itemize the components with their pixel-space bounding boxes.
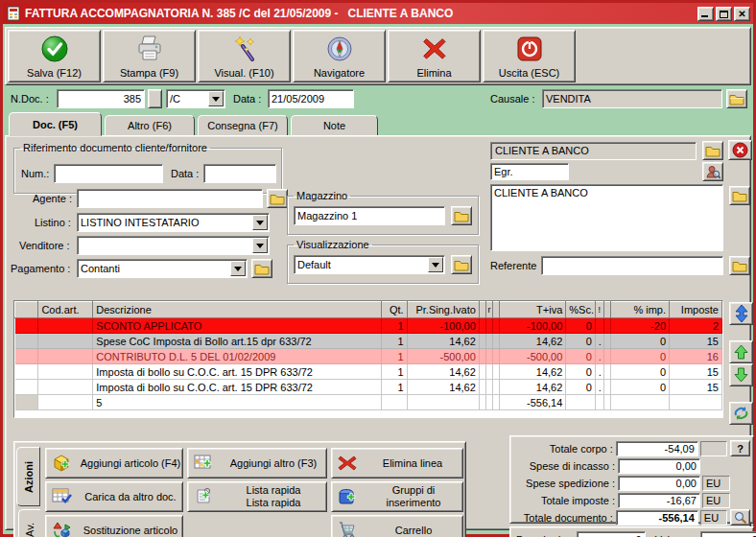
exit-label: Uscita (ESC) <box>499 67 560 79</box>
pagamento-value: Contanti <box>78 263 229 274</box>
elimina-linea-button[interactable]: Elimina linea <box>331 448 463 479</box>
close-button[interactable]: ✕ <box>734 7 750 21</box>
visualizzazione-select[interactable]: Default <box>294 255 445 274</box>
print-button[interactable]: Stampa (F9) <box>103 30 196 82</box>
spese-spedizione-input[interactable] <box>618 476 700 491</box>
tab-altro[interactable]: Altro (F6) <box>105 115 195 136</box>
grid-refresh-button[interactable] <box>729 402 753 425</box>
totale-imposte-input[interactable] <box>618 493 700 508</box>
rif-num-label: Num.: <box>21 168 49 179</box>
col-qt[interactable]: Qt. <box>382 302 407 318</box>
app-icon <box>6 6 21 21</box>
refresh-icon <box>733 406 749 421</box>
cliente-indirizzo-folder-button[interactable] <box>729 186 750 205</box>
cliente-search-button[interactable] <box>702 162 723 181</box>
person-search-icon <box>705 165 721 179</box>
tab-doc[interactable]: Doc. (F5) <box>9 112 102 136</box>
totale-corpo-input[interactable] <box>616 441 698 456</box>
visualizzazione-folder-button[interactable] <box>451 255 472 274</box>
cliente-folder-button[interactable] <box>702 141 723 160</box>
cliente-remove-button[interactable] <box>728 140 752 160</box>
green-down-arrow-icon <box>734 367 748 383</box>
maximize-icon <box>720 11 728 18</box>
listino-select[interactable]: LISTINO INTESTATARIO <box>77 213 270 232</box>
referente-folder-button[interactable] <box>729 256 750 275</box>
exit-button[interactable]: Uscita (ESC) <box>483 30 576 82</box>
gruppi-inserimento-button[interactable]: Gruppi di inserimento <box>331 481 463 512</box>
col-sc[interactable]: %Sc. <box>566 302 595 318</box>
carrello-button[interactable]: Carrello <box>331 515 463 537</box>
green-up-arrow-icon <box>734 344 748 360</box>
sostituzione-articolo-button[interactable]: Sostituzione articolo <box>45 515 183 537</box>
magazzino-input[interactable] <box>294 206 445 225</box>
add-other-icon <box>194 454 215 473</box>
listino-dropdown-icon[interactable] <box>252 215 268 230</box>
col-codart[interactable]: Cod.art. <box>38 302 93 318</box>
peso-lordo-input[interactable] <box>577 531 646 537</box>
agente-input[interactable] <box>77 189 263 208</box>
table-row[interactable]: CONTRIBUTO D.L. 5 DEL 01/02/2009 1 -500,… <box>15 349 722 364</box>
tab-consegna[interactable]: Consegna (F7) <box>198 115 288 136</box>
cliente-header-field[interactable]: CLIENTE A BANCO <box>490 142 697 160</box>
causale-folder-button[interactable] <box>726 89 747 108</box>
pagamento-select[interactable]: Contanti <box>77 259 248 278</box>
totals-panel: Totale corpo : ? Spese di incasso : Spes… <box>509 435 754 524</box>
save-button[interactable]: Salva (F12) <box>8 30 101 82</box>
lista-rapida-button[interactable]: Lista rapidaLista rapida <box>187 481 327 512</box>
aggiungi-altro-button[interactable]: Aggiungi altro (F3) <box>187 448 327 479</box>
venditore-select[interactable] <box>77 236 270 255</box>
spese-incasso-input[interactable] <box>618 458 700 474</box>
table-row[interactable]: Spese CoC Imposta di Bollo art.15 dpr 63… <box>15 334 722 349</box>
rif-data-input[interactable] <box>203 164 276 183</box>
tab-azioni[interactable]: Azioni <box>16 447 40 506</box>
pagamento-dropdown-icon[interactable] <box>230 261 246 276</box>
toolbar: Salva (F12) Stampa (F9) Visual. (F10) Na… <box>5 27 751 85</box>
grid-move-up-button[interactable] <box>729 340 753 363</box>
col-descrizione[interactable]: Descrizione <box>93 302 382 318</box>
table-row-total[interactable]: 5 -556,14 <box>15 395 722 410</box>
referente-input[interactable] <box>541 256 723 275</box>
grid-scroll-updown-button[interactable] <box>729 302 753 325</box>
preview-button[interactable]: Visual. (F10) <box>198 30 291 82</box>
table-row[interactable]: Imposta di bollo su C.O.C. art. 15 DPR 6… <box>15 364 722 380</box>
table-row[interactable]: Imposta di bollo su C.O.C. art. 15 DPR 6… <box>15 380 722 395</box>
cliente-indirizzo-textarea[interactable]: CLIENTE A BANCO <box>490 184 723 251</box>
help-label: ? <box>737 443 744 455</box>
ndoc-spin-button[interactable] <box>148 89 162 108</box>
help-button[interactable]: ? <box>730 440 750 456</box>
col-imposte[interactable]: Imposte <box>670 302 722 318</box>
pagamento-folder-button[interactable] <box>251 259 272 278</box>
navigator-button[interactable]: Navigatore <box>293 30 386 82</box>
grid-move-down-button[interactable] <box>729 363 753 386</box>
pagamento-label: Pagamento : <box>11 263 70 274</box>
causale-input[interactable] <box>542 89 722 108</box>
col-tiva[interactable]: T+iva <box>500 302 566 318</box>
volume-input[interactable] <box>700 531 756 537</box>
save-check-icon <box>40 33 69 65</box>
rif-num-input[interactable] <box>54 164 163 183</box>
col-imp[interactable]: % imp. <box>611 302 670 318</box>
agente-folder-button[interactable] <box>267 189 288 208</box>
delete-button[interactable]: Elimina <box>388 30 481 82</box>
col-prsingivato[interactable]: Pr.Sing.Ivato <box>407 302 479 318</box>
visualizzazione-dropdown-icon[interactable] <box>428 257 443 272</box>
maximize-button[interactable] <box>716 7 732 21</box>
minimize-button[interactable] <box>697 7 714 21</box>
tab-av[interactable]: Av. <box>18 509 40 537</box>
ndoc-input[interactable] <box>57 89 145 108</box>
venditore-dropdown-icon[interactable] <box>252 238 268 253</box>
data-input[interactable] <box>268 89 354 108</box>
serie-dropdown-icon[interactable] <box>208 91 224 106</box>
totale-documento-input[interactable] <box>616 510 698 525</box>
magazzino-folder-button[interactable] <box>451 206 472 225</box>
client-area: Salva (F12) Stampa (F9) Visual. (F10) Na… <box>3 24 753 534</box>
tab-note[interactable]: Note <box>291 115 378 136</box>
cliente-titolo-input[interactable] <box>490 163 569 180</box>
tab-av-label: Av. <box>24 523 35 537</box>
actions-panel: Azioni Av. Aggiungi articolo (F4) Aggiun… <box>13 441 466 537</box>
zoom-total-button[interactable] <box>730 509 750 525</box>
serie-select[interactable]: /C <box>166 89 225 108</box>
aggiungi-articolo-button[interactable]: Aggiungi articolo (F4) <box>45 448 183 479</box>
carica-altro-doc-button[interactable]: Carica da altro doc. <box>45 481 183 512</box>
table-row[interactable]: SCONTO APPLICATO 1 -100,00 -100,00 0 -20… <box>15 318 722 334</box>
